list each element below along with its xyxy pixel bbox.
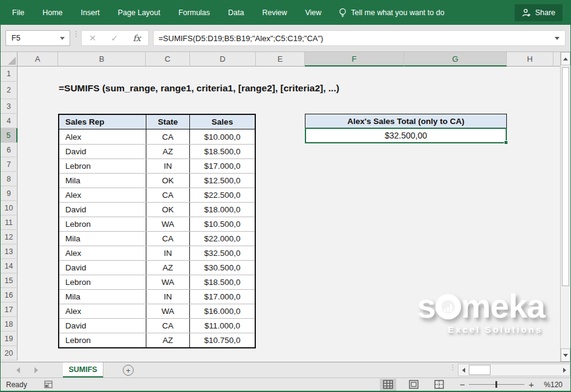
table-cell[interactable]: Lebron (59, 159, 146, 173)
table-cell[interactable]: David (59, 203, 146, 217)
page-break-view-button[interactable] (431, 379, 447, 391)
table-cell[interactable]: Alex (59, 304, 146, 318)
tab-split-handle[interactable]: ⋮ (449, 366, 456, 369)
table-cell[interactable]: David (59, 261, 146, 275)
zoom-in-button[interactable]: + (526, 379, 537, 390)
table-cell[interactable]: OK (146, 203, 189, 217)
column-header-A[interactable]: A (18, 52, 58, 67)
table-cell[interactable]: Mila (59, 232, 146, 246)
horizontal-scroll-thumb[interactable] (469, 365, 491, 375)
row-header-12[interactable]: 12 (1, 230, 18, 244)
table-cell[interactable]: $22.000,0 (189, 232, 255, 246)
table-cell[interactable]: Lebron (59, 275, 146, 289)
row-header-13[interactable]: 13 (1, 244, 18, 259)
table-cell[interactable]: David (59, 319, 146, 333)
column-header-F[interactable]: F (305, 52, 404, 67)
table-cell[interactable]: $22.500,0 (189, 188, 255, 202)
scroll-right-button[interactable] (560, 364, 570, 376)
table-cell[interactable]: IN (146, 290, 189, 304)
row-header-15[interactable]: 15 (1, 273, 18, 288)
row-header-5[interactable]: 5 (1, 128, 18, 143)
name-box[interactable]: F5 (5, 30, 70, 46)
formula-bar-handle[interactable]: ⋮ (73, 32, 77, 36)
table-column-header[interactable]: Sales (189, 115, 255, 129)
table-cell[interactable]: Alex (59, 188, 146, 202)
table-cell[interactable]: IN (146, 246, 189, 260)
ribbon-tab-file[interactable]: File (3, 1, 33, 25)
column-header-B[interactable]: B (58, 52, 146, 67)
column-header-D[interactable]: D (190, 52, 256, 67)
table-cell[interactable]: $18.500,0 (189, 275, 255, 289)
table-cell[interactable]: Mila (59, 174, 146, 188)
table-cell[interactable]: $10.000,0 (189, 129, 255, 144)
table-column-header[interactable]: State (146, 115, 189, 129)
table-cell[interactable]: WA (146, 304, 189, 318)
table-cell[interactable]: Alex (59, 246, 146, 260)
table-cell[interactable]: AZ (146, 261, 189, 275)
fill-handle[interactable] (504, 140, 508, 145)
macro-record-icon[interactable] (44, 381, 53, 388)
table-cell[interactable]: $12.500,0 (189, 174, 255, 188)
column-header-C[interactable]: C (146, 52, 190, 67)
scroll-up-button[interactable] (561, 52, 570, 65)
select-all-corner[interactable] (1, 52, 18, 67)
row-header-6[interactable]: 6 (1, 143, 18, 157)
ribbon-tab-data[interactable]: Data (219, 1, 253, 25)
row-header-11[interactable]: 11 (1, 215, 18, 230)
table-cell[interactable]: $18.500,0 (189, 145, 255, 158)
zoom-out-button[interactable]: − (457, 379, 468, 390)
table-cell[interactable]: OK (146, 174, 189, 188)
table-cell[interactable]: WA (146, 217, 189, 231)
table-cell[interactable]: David (59, 145, 146, 158)
summary-label-cell[interactable]: Alex's Sales Total (only to CA) (305, 114, 507, 128)
ribbon-tab-insert[interactable]: Insert (72, 1, 109, 25)
row-header-16[interactable]: 16 (1, 288, 18, 302)
name-box-dropdown-icon[interactable] (60, 37, 65, 40)
cancel-button[interactable]: ✕ (89, 33, 96, 43)
formula-input[interactable]: =SUMIFS(D5:D19;B5:B19;"Alex";C5:C19;"CA"… (153, 30, 566, 46)
table-cell[interactable]: $30.500,0 (189, 261, 255, 275)
horizontal-scroll-track[interactable] (491, 364, 560, 376)
row-header-8[interactable]: 8 (1, 172, 18, 186)
table-cell[interactable]: $17.000,0 (189, 290, 255, 304)
ribbon-tab-page-layout[interactable]: Page Layout (109, 1, 169, 25)
table-cell[interactable]: Mila (59, 290, 146, 304)
table-cell[interactable]: $11.000,0 (189, 319, 255, 333)
table-cell[interactable]: AZ (146, 145, 189, 158)
zoom-slider[interactable] (469, 384, 524, 385)
table-cell[interactable]: CA (146, 188, 189, 202)
tell-me-box[interactable]: Tell me what you want to do (339, 8, 444, 18)
zoom-level-label[interactable]: %120 (544, 381, 563, 389)
row-header-9[interactable]: 9 (1, 186, 18, 201)
row-header-18[interactable]: 18 (1, 317, 18, 332)
row-header-3[interactable]: 3 (1, 99, 18, 114)
column-header-G[interactable]: G (404, 52, 507, 67)
table-column-header[interactable]: Sales Rep (59, 115, 146, 129)
table-cell[interactable]: AZ (146, 333, 189, 347)
ribbon-tab-review[interactable]: Review (253, 1, 296, 25)
selected-result-cell[interactable]: $32.500,00 (305, 128, 507, 143)
row-header-19[interactable]: 19 (1, 332, 18, 346)
sheet-nav-right-icon[interactable] (34, 367, 38, 373)
vertical-scrollbar[interactable] (560, 52, 570, 362)
horizontal-scrollbar[interactable] (458, 364, 570, 376)
row-header-14[interactable]: 14 (1, 259, 18, 273)
column-header-E[interactable]: E (256, 52, 305, 67)
table-cell[interactable]: Lebron (59, 333, 146, 347)
row-header-2[interactable]: 2 (1, 82, 18, 99)
row-header-17[interactable]: 17 (1, 302, 18, 317)
scroll-down-button[interactable] (561, 348, 570, 362)
table-cell[interactable]: Lebron (59, 217, 146, 231)
table-cell[interactable]: $10.500,0 (189, 217, 255, 231)
sheet-tab-sumifs[interactable]: SUMIFS (63, 362, 103, 378)
row-header-7[interactable]: 7 (1, 157, 18, 172)
table-cell[interactable]: IN (146, 159, 189, 173)
formula-bar-expand-icon[interactable] (555, 37, 560, 40)
table-cell[interactable]: $18.000,0 (189, 203, 255, 217)
vertical-scroll-thumb[interactable] (562, 67, 569, 286)
sheet-nav-left-icon[interactable] (16, 367, 20, 373)
table-cell[interactable]: $32.500,0 (189, 246, 255, 260)
zoom-slider-handle[interactable] (495, 381, 497, 388)
table-cell[interactable]: $10.750,0 (189, 333, 255, 347)
page-layout-view-button[interactable] (405, 379, 422, 391)
